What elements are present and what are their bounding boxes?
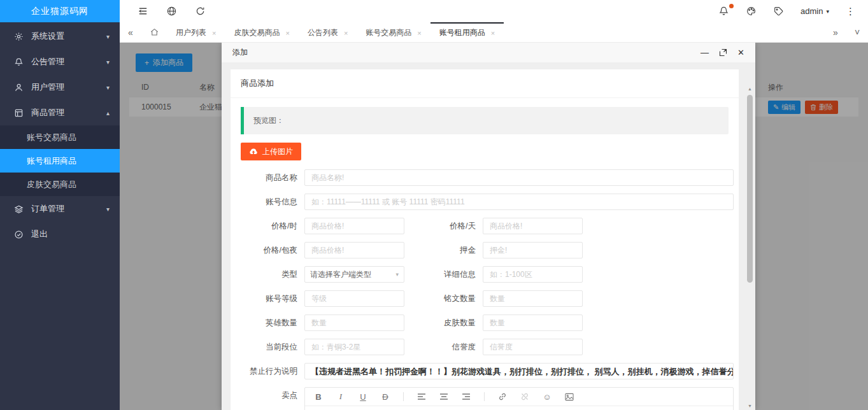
field-label: 类型 [231, 266, 304, 283]
skin-count-input[interactable] [483, 315, 583, 331]
align-right-icon[interactable] [462, 393, 471, 400]
preview-label: 预览图： [253, 116, 284, 125]
price-day-input[interactable] [483, 218, 583, 234]
close-icon[interactable]: × [417, 29, 421, 37]
field-label: 当前段位 [231, 339, 304, 355]
close-icon[interactable]: × [285, 29, 289, 37]
tab-user-list[interactable]: 用户列表 × [167, 22, 225, 42]
sidebar-item-announcements[interactable]: 公告管理 ▾ [0, 49, 120, 74]
tab-options-icon[interactable]: ˅ [846, 22, 868, 42]
chevron-down-icon: ▾ [106, 59, 110, 66]
more-options-icon[interactable]: ⋮ [846, 6, 855, 17]
italic-icon[interactable]: I [336, 392, 345, 402]
upload-image-button[interactable]: 上传图片 [241, 143, 301, 160]
sidebar-item-logout[interactable]: 退出 [0, 222, 120, 247]
close-icon[interactable]: × [491, 29, 495, 37]
client-type-select[interactable]: 请选择客户端类型 ▾ [304, 266, 404, 283]
align-center-icon[interactable] [439, 393, 448, 400]
selling-point-editor[interactable]: B I U Ð ☺ [304, 387, 734, 410]
close-icon[interactable]: × [344, 29, 348, 37]
account-level-input[interactable] [304, 290, 404, 307]
deposit-input[interactable] [483, 242, 583, 258]
tab-account-trade[interactable]: 账号交易商品 × [357, 22, 430, 42]
refresh-icon[interactable] [195, 6, 206, 17]
strikethrough-icon[interactable]: Ð [381, 392, 390, 402]
notifications-bell[interactable] [718, 6, 729, 17]
unlink-icon[interactable] [520, 392, 529, 401]
modal-scrollbar[interactable]: ▲ ▼ [746, 87, 753, 408]
price-hour-input[interactable] [304, 218, 404, 234]
sidebar-item-label: 退出 [31, 229, 48, 240]
field-label: 账号等级 [231, 290, 304, 307]
current-rank-input[interactable] [304, 339, 404, 355]
maximize-icon[interactable] [719, 48, 727, 57]
close-icon[interactable]: × [212, 29, 216, 37]
sidebar-subitem-account-rent[interactable]: 账号租用商品 [0, 149, 120, 173]
field-label: 铭文数量 [404, 290, 483, 307]
chevron-down-icon: ▾ [106, 33, 110, 40]
tab-label: 皮肤交易商品 [234, 27, 280, 38]
sidebar-item-products[interactable]: 商品管理 ▴ [0, 100, 120, 125]
home-tab[interactable] [141, 22, 167, 42]
username: admin [800, 6, 823, 16]
editor-content-area[interactable] [305, 406, 733, 410]
tab-bar: « 用户列表 × 皮肤交易商品 × 公告列表 × 账号交易商品 × 账号租用商品… [120, 22, 868, 43]
sidebar-subitem-account-trade[interactable]: 账号交易商品 [0, 125, 120, 149]
field-label: 账号信息 [231, 194, 304, 210]
account-info-input[interactable] [304, 194, 734, 210]
upload-label: 上传图片 [262, 146, 293, 157]
scroll-down-icon[interactable]: ▼ [746, 404, 753, 408]
inscription-count-input[interactable] [483, 290, 583, 307]
tab-account-rent[interactable]: 账号租用商品 × [430, 22, 504, 42]
emoji-icon[interactable]: ☺ [543, 392, 551, 402]
collapse-sidebar-icon[interactable] [138, 6, 148, 17]
field-label: 英雄数量 [231, 315, 304, 331]
form-row: 价格/时 价格/天 [231, 218, 739, 234]
align-left-icon[interactable] [417, 393, 426, 400]
top-header: admin ▾ ⋮ [120, 0, 868, 22]
image-icon[interactable] [565, 393, 574, 401]
close-icon[interactable]: ✕ [737, 48, 744, 57]
product-add-card: 商品添加 预览图： 上传图片 商品名称 账号信息 价格/时 [231, 69, 739, 410]
tab-announcement-list[interactable]: 公告列表 × [299, 22, 357, 42]
product-form: 商品名称 账号信息 价格/时 价格/天 价格/包夜 押金 [231, 169, 739, 410]
modal-titlebar: 添加 — ✕ [222, 42, 755, 63]
tabbar-right-controls: » ˅ [825, 22, 868, 42]
globe-icon[interactable] [166, 6, 177, 17]
sidebar-item-orders[interactable]: 订单管理 ▾ [0, 196, 120, 222]
field-label: 商品名称 [231, 169, 304, 186]
theme-palette-icon[interactable] [746, 6, 757, 17]
bold-icon[interactable]: B [314, 392, 323, 402]
product-name-input[interactable] [304, 169, 734, 186]
credit-input[interactable] [483, 339, 583, 355]
field-label: 价格/天 [404, 218, 483, 234]
scroll-tabs-left-icon[interactable]: « [120, 22, 141, 42]
scrollbar-thumb[interactable] [747, 95, 753, 283]
minimize-icon[interactable]: — [701, 48, 709, 57]
app-logo: 企业猫源码网 [0, 0, 120, 22]
sidebar-subitem-skin-trade[interactable]: 皮肤交易商品 [0, 173, 120, 196]
scroll-tabs-right-icon[interactable]: » [825, 22, 846, 42]
form-row: 类型 请选择客户端类型 ▾ 详细信息 [231, 266, 739, 283]
tag-icon[interactable] [773, 6, 784, 17]
forbidden-behavior-input[interactable]: 【违规者进黑名单！扣罚押金啊！！】别花游戏道具，别打排位，别打排位， 别骂人，别… [304, 363, 734, 379]
tab-label: 账号交易商品 [366, 27, 411, 38]
underline-icon[interactable]: U [359, 392, 367, 402]
tab-skin-trade[interactable]: 皮肤交易商品 × [225, 22, 298, 42]
form-row: 账号信息 [231, 194, 739, 210]
tab-label: 公告列表 [308, 27, 338, 38]
sidebar-item-label: 商品管理 [31, 107, 64, 118]
hero-count-input[interactable] [304, 315, 404, 331]
sidebar-item-system-settings[interactable]: 系统设置 ▾ [0, 24, 120, 49]
sidebar-item-users[interactable]: 用户管理 ▾ [0, 74, 120, 100]
sidebar-item-label: 用户管理 [31, 81, 64, 93]
scroll-up-icon[interactable]: ▲ [746, 87, 753, 91]
chevron-down-icon: ▾ [395, 271, 399, 278]
field-label: 禁止行为说明 [231, 363, 304, 379]
chevron-up-icon: ▴ [106, 110, 110, 117]
price-night-input[interactable] [304, 242, 404, 258]
link-icon[interactable] [498, 392, 507, 401]
user-menu[interactable]: admin ▾ [800, 6, 829, 16]
header-right-icons: admin ▾ ⋮ [718, 6, 868, 17]
detail-info-input[interactable] [483, 266, 583, 283]
